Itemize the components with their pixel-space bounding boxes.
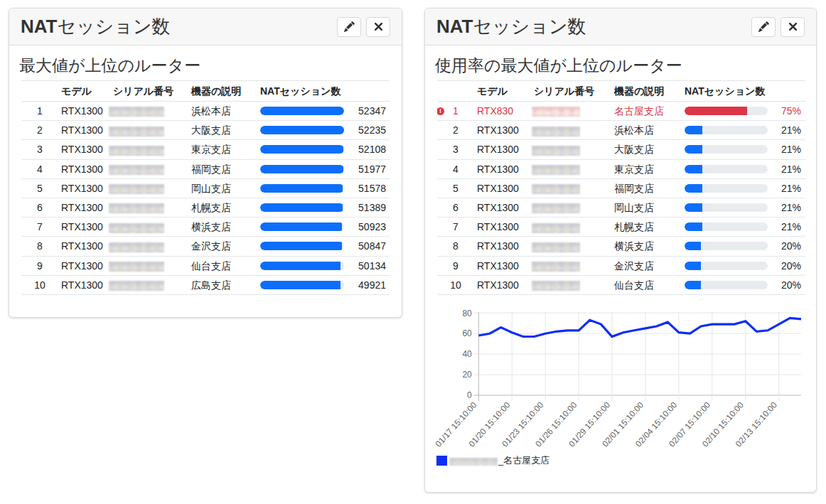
bar-track [260, 281, 344, 289]
model-cell: RTX1300 [58, 218, 107, 237]
description-cell: 東京支店 [183, 140, 252, 159]
bar-fill [260, 242, 342, 250]
rank-cell: 7 [437, 218, 474, 237]
rank-cell: !1 [437, 102, 474, 121]
bar-fill [685, 222, 702, 231]
bar-track [685, 107, 768, 115]
table-row: !1RTX830名古屋支店75% [437, 102, 805, 121]
rank-cell: 7 [21, 218, 58, 237]
rank-column-header [437, 81, 474, 102]
bar-fill [260, 145, 343, 154]
widget-title-jp: セッション数 [58, 16, 171, 37]
table-row: 3RTX1300大阪支店21% [437, 140, 805, 159]
model-cell: RTX1300 [474, 121, 528, 140]
description-cell: 札幌支店 [606, 218, 676, 237]
bar-fill [685, 107, 747, 115]
bar-cell [676, 159, 768, 178]
bar-track [685, 222, 768, 231]
bar-track [685, 145, 768, 154]
redacted-serial [532, 203, 580, 213]
description-cell: 金沢支店 [183, 237, 252, 256]
rank-cell: 4 [21, 159, 58, 178]
widget-title: NATセッション数 [436, 14, 586, 39]
description-cell: 岡山支店 [183, 178, 252, 198]
redacted-serial [532, 262, 580, 272]
bar-track [685, 242, 768, 250]
value-cell: 75% [768, 102, 805, 121]
bar-cell [252, 198, 348, 217]
serial-cell [107, 256, 183, 275]
redacted-serial [109, 184, 164, 194]
model-column-header: モデル [474, 81, 528, 102]
model-cell: RTX830 [474, 102, 528, 121]
value-cell: 50134 [348, 256, 390, 275]
close-icon [374, 22, 383, 31]
rank-cell: 8 [21, 237, 58, 256]
bar-track [260, 126, 344, 134]
bar-cell [676, 121, 768, 140]
edit-widget-button[interactable] [751, 17, 776, 37]
description-cell: 横浜支店 [183, 218, 252, 237]
value-cell: 21% [768, 140, 805, 159]
bar-fill [260, 262, 340, 270]
redacted-serial [109, 281, 164, 291]
bar-fill [685, 184, 702, 193]
table-row: 5RTX1300岡山支店51578 [21, 178, 390, 198]
close-widget-button[interactable] [366, 17, 390, 37]
value-cell: 20% [768, 256, 805, 275]
rank-cell: 2 [21, 121, 58, 140]
description-cell: 東京支店 [606, 159, 676, 178]
bar-track [260, 165, 344, 173]
serial-column-header: シリアル番号 [528, 81, 606, 102]
serial-cell [107, 159, 183, 178]
description-cell: 福岡支店 [183, 159, 252, 178]
redacted-serial [109, 262, 164, 272]
value-cell: 21% [768, 178, 805, 198]
bar-cell [676, 218, 768, 237]
table-row: 8RTX1300金沢支店50847 [21, 237, 390, 256]
serial-cell [528, 237, 606, 256]
redacted-serial [532, 281, 580, 291]
alert-icon: ! [437, 107, 444, 115]
close-widget-button[interactable] [781, 17, 805, 37]
serial-cell [107, 275, 183, 294]
rank-cell: 6 [21, 198, 58, 217]
model-cell: RTX1300 [474, 256, 528, 275]
rank-cell: 1 [21, 102, 58, 121]
description-cell: 仙台支店 [183, 256, 252, 275]
description-cell: 広島支店 [183, 275, 252, 294]
model-cell: RTX1300 [474, 275, 528, 294]
bar-cell [676, 140, 768, 159]
serial-cell [528, 121, 606, 140]
rank-cell: 10 [437, 275, 474, 294]
bar-fill [260, 165, 343, 173]
table-row: 2RTX1300浜松本店21% [437, 121, 805, 140]
bar-track [260, 242, 344, 250]
serial-cell [528, 102, 606, 121]
redacted-serial [532, 242, 580, 252]
value-cell: 52108 [348, 140, 390, 159]
widget-nat-sessions-top: NATセッション数 最大値が上位のルーター モデル シリアル番号 [9, 8, 402, 318]
bar-cell [676, 102, 768, 121]
value-cell: 51389 [348, 198, 390, 217]
serial-cell [528, 198, 606, 217]
rank-cell: 9 [437, 256, 474, 275]
description-cell: 仙台支店 [606, 275, 676, 294]
redacted-serial [109, 165, 164, 175]
serial-cell [107, 198, 183, 217]
value-cell: 20% [768, 275, 805, 294]
widget-subtitle: 最大値が上位のルーター [19, 56, 387, 75]
bar-fill [685, 126, 702, 134]
bar-track [260, 262, 344, 270]
rank-cell: 10 [21, 275, 58, 294]
edit-widget-button[interactable] [337, 17, 361, 37]
serial-cell [107, 140, 183, 159]
table-row: 7RTX1300横浜支店50923 [21, 218, 390, 237]
dashboard-page: NATセッション数 最大値が上位のルーター モデル シリアル番号 [0, 0, 826, 504]
bar-track [260, 184, 344, 193]
table-header-row: モデル シリアル番号 機器の説明 NATセッション数 [21, 81, 390, 102]
redacted-serial [109, 223, 164, 233]
bar-track [685, 165, 768, 173]
serial-cell [107, 121, 183, 140]
redacted-serial [532, 223, 580, 233]
